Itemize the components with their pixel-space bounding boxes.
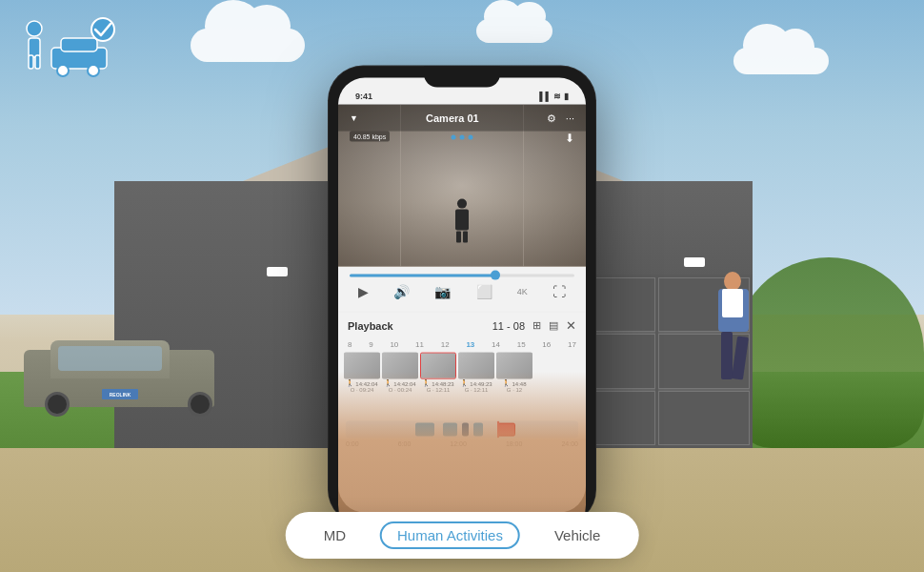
trees (733, 257, 924, 448)
playback-header: Playback 11 - 08 ⊞ ▤ ✕ (338, 312, 586, 338)
tl-11: 11 (415, 340, 424, 349)
cloud-1 (191, 29, 305, 62)
status-time: 9:41 (355, 92, 372, 101)
fullscreen-button[interactable]: ⛶ (552, 284, 566, 299)
tl-16: 16 (542, 340, 551, 349)
tl-10: 10 (390, 340, 398, 349)
seek-fill (350, 275, 495, 277)
tl-13: 13 (466, 340, 474, 349)
cloud-3 (476, 19, 552, 43)
view-icons: ⊞ ▤ ✕ (532, 318, 576, 333)
quality-label[interactable]: 4K (517, 287, 528, 296)
dot-1 (452, 135, 456, 140)
dropdown-icon[interactable]: ▼ (350, 113, 358, 123)
security-camera-left (267, 267, 288, 276)
close-playback-icon[interactable]: ✕ (566, 318, 576, 333)
svg-point-0 (27, 21, 42, 36)
filter-tab-md[interactable]: MD (309, 523, 361, 547)
speed-badge: 40.85 kbps (350, 132, 390, 142)
camera-title: Camera 01 (426, 112, 479, 124)
car: REOLINK (24, 329, 233, 424)
woman-figure (705, 272, 762, 415)
filter-tabs: MD Human Activities Vehicle (286, 512, 639, 559)
svg-rect-5 (61, 38, 97, 51)
loading-indicator (452, 135, 473, 140)
corner-badge (15, 15, 120, 82)
seek-track (350, 275, 574, 277)
playback-date: 11 - 08 (492, 319, 525, 331)
tl-9: 9 (369, 340, 372, 349)
dot-3 (469, 135, 473, 140)
camera-header: ▼ Camera 01 ⚙ ··· (338, 105, 586, 132)
timeline-numbers: 8 9 10 11 12 13 14 15 16 17 (338, 338, 586, 351)
playback-title: Playback (348, 319, 492, 331)
grid-view-icon[interactable]: ⊞ (532, 319, 541, 332)
tl-8: 8 (348, 340, 352, 349)
security-camera-right (684, 257, 705, 267)
svg-point-7 (88, 65, 99, 76)
tl-12: 12 (441, 340, 450, 349)
phone-notch (424, 67, 500, 88)
play-button[interactable]: ▶ (358, 284, 369, 299)
filter-tab-human-activities[interactable]: Human Activities (380, 521, 520, 549)
list-view-icon[interactable]: ▤ (549, 319, 558, 332)
more-icon[interactable]: ··· (566, 112, 574, 124)
status-icons: ▌▌ ≋ ▮ (539, 92, 569, 101)
tl-15: 15 (517, 340, 526, 349)
svg-point-6 (57, 65, 69, 76)
record-button[interactable]: ⬜ (476, 284, 492, 299)
svg-rect-3 (35, 55, 40, 69)
person-car-checkmark-icon (15, 15, 120, 82)
volume-button[interactable]: 🔊 (393, 284, 410, 299)
cloud-2 (733, 48, 829, 74)
filter-tab-vehicle[interactable]: Vehicle (539, 523, 615, 547)
svg-rect-2 (29, 55, 33, 69)
download-icon[interactable]: ⬇ (565, 132, 574, 145)
snapshot-button[interactable]: 📷 (434, 284, 451, 299)
svg-rect-1 (29, 38, 40, 57)
dot-2 (460, 135, 465, 140)
tl-14: 14 (492, 340, 500, 349)
tl-17: 17 (568, 340, 576, 349)
controls-row: ▶ 🔊 📷 ⬜ 4K ⛶ (338, 278, 586, 305)
phone: 9:41 ▌▌ ≋ ▮ ▼ (329, 67, 595, 524)
camera-action-icons: ⚙ ··· (547, 112, 574, 124)
settings-icon[interactable]: ⚙ (547, 112, 556, 124)
